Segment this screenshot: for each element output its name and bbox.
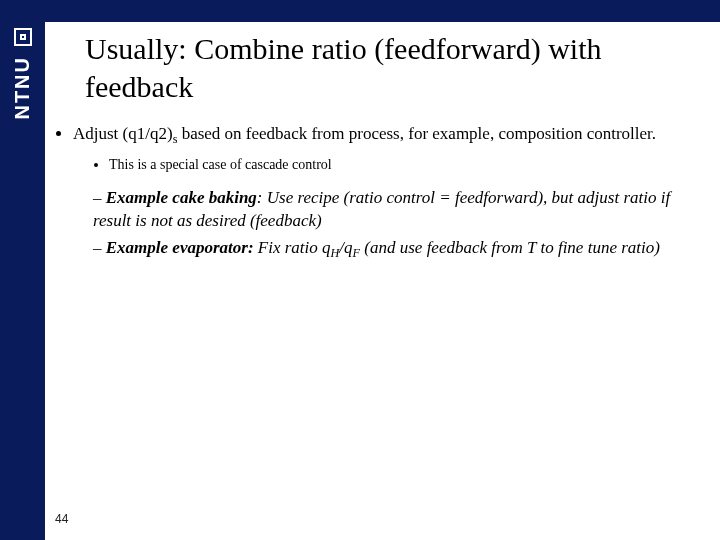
top-bar xyxy=(0,0,720,22)
example-2-qF: F xyxy=(353,246,360,260)
bullet-1-pre: Adjust (q1/q2) xyxy=(73,124,173,143)
example-list: Example cake baking: Use recipe (ratio c… xyxy=(73,187,706,262)
example-1-lead: Example cake baking xyxy=(106,188,257,207)
slide-title: Usually: Combine ratio (feedforward) wit… xyxy=(85,30,706,105)
sidebar: NTNU xyxy=(0,22,45,540)
sub-bullet-1: This is a special case of cascade contro… xyxy=(109,156,706,175)
sub-bullet-list: This is a special case of cascade contro… xyxy=(73,156,706,175)
brand-text: NTNU xyxy=(11,56,34,120)
example-2-mid: /q xyxy=(339,238,352,257)
slide: NTNU Usually: Combine ratio (feedforward… xyxy=(0,0,720,540)
example-2: Example evaporator: Fix ratio qH/qF (and… xyxy=(93,237,706,262)
sidebar-inner: NTNU xyxy=(0,28,45,120)
page-number: 44 xyxy=(55,512,68,526)
example-2-post: (and use feedback from T to fine tune ra… xyxy=(360,238,660,257)
bullet-list: Adjust (q1/q2)s based on feedback from p… xyxy=(55,123,706,262)
bullet-1: Adjust (q1/q2)s based on feedback from p… xyxy=(73,123,706,262)
example-1: Example cake baking: Use recipe (ratio c… xyxy=(93,187,706,233)
example-2-lead: Example evaporator: xyxy=(106,238,254,257)
content-area: Usually: Combine ratio (feedforward) wit… xyxy=(55,24,706,528)
example-2-pre: Fix ratio q xyxy=(254,238,331,257)
ntnu-logo-icon xyxy=(14,28,32,46)
bullet-1-post: based on feedback from process, for exam… xyxy=(177,124,656,143)
